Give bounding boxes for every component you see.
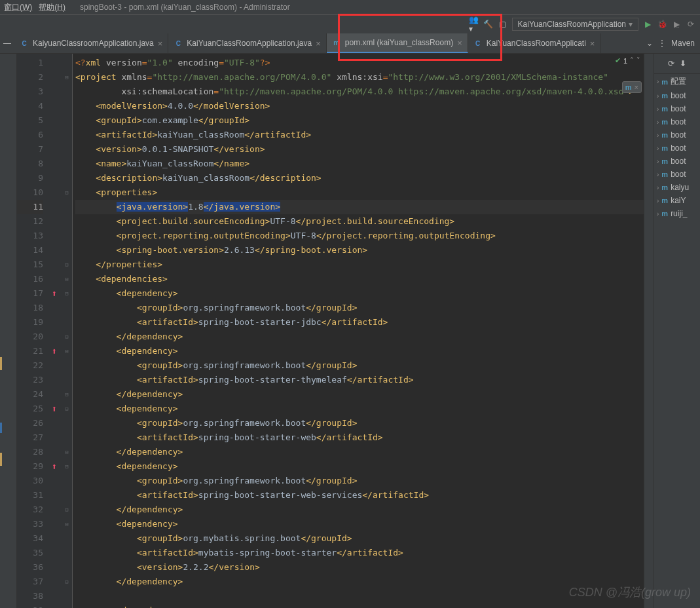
- chevron-up-icon[interactable]: ˄: [630, 56, 634, 65]
- fold-icon[interactable]: ⊟: [62, 402, 72, 416]
- code-line[interactable]: <groupId>com.example</groupId>: [75, 113, 644, 128]
- refresh-icon[interactable]: ⟳: [668, 59, 674, 68]
- project-tool-collapse-icon[interactable]: —: [0, 33, 14, 53]
- code-line[interactable]: <groupId>org.springframework.boot</group…: [75, 416, 644, 430]
- close-icon[interactable]: ×: [457, 38, 462, 48]
- maven-module-item[interactable]: ›mboot: [654, 102, 700, 115]
- fold-icon[interactable]: ⊟: [62, 272, 72, 286]
- run-config-icon[interactable]: ▢: [498, 19, 508, 29]
- inspection-widget[interactable]: ✔ 1 ˄ ˅: [615, 56, 640, 65]
- code-line[interactable]: <description>kaiYuan_classRoom</descript…: [75, 171, 644, 185]
- code-line[interactable]: <name>kaiYuan_classRoom</name>: [75, 157, 644, 171]
- build-icon[interactable]: 🔨: [483, 19, 494, 29]
- menu-help[interactable]: 帮助(H): [39, 2, 65, 13]
- profile-icon[interactable]: ⟳: [686, 19, 696, 29]
- tab-dropdown-icon[interactable]: ⌄: [646, 39, 653, 48]
- maven-module-item[interactable]: ›m配置: [654, 74, 700, 89]
- code-line[interactable]: <dependency>: [75, 344, 644, 358]
- code-line[interactable]: <artifactId>spring-boot-starter-web-serv…: [75, 488, 644, 503]
- editor-tab[interactable]: CKaiYuanClassRoomApplicati×: [468, 33, 601, 53]
- maven-module-item[interactable]: ›mboot: [654, 115, 700, 128]
- maven-module-item[interactable]: ›mboot: [654, 128, 700, 142]
- maven-module-item[interactable]: ›mruiji_: [654, 207, 700, 220]
- code-line[interactable]: <project.build.sourceEncoding>UTF-8</pro…: [75, 214, 644, 229]
- debug-icon[interactable]: 🐞: [657, 19, 667, 29]
- code-line[interactable]: <project xmlns="http://maven.apache.org/…: [75, 70, 644, 85]
- fold-icon[interactable]: ⊟: [62, 517, 72, 531]
- coverage-icon[interactable]: ▶̤: [671, 19, 682, 29]
- code-with-me-icon[interactable]: 👥▾: [469, 19, 479, 29]
- code-line[interactable]: <groupId>org.springframework.boot</group…: [75, 474, 644, 488]
- code-line[interactable]: xsi:schemaLocation="http://maven.apache.…: [75, 85, 644, 99]
- maven-module-item[interactable]: ›mboot: [654, 168, 700, 181]
- code-line[interactable]: </dependency>: [75, 330, 644, 344]
- fold-icon[interactable]: ⊟: [62, 344, 72, 358]
- implement-icon[interactable]: ⬆: [52, 404, 57, 414]
- fold-icon[interactable]: ⊟: [62, 603, 72, 608]
- code-line[interactable]: <groupId>org.mybatis.spring.boot</groupI…: [75, 531, 644, 546]
- code-line[interactable]: <dependency>: [75, 402, 644, 416]
- code-line[interactable]: <dependencies>: [75, 272, 644, 286]
- editor-tab[interactable]: CKaiYuanClassRoomApplication.java×: [168, 33, 326, 53]
- reader-mode-floater[interactable]: m ×: [622, 81, 642, 93]
- code-line[interactable]: <artifactId>spring-boot-starter-jdbc</ar…: [75, 315, 644, 330]
- implement-icon[interactable]: ⬆: [52, 461, 57, 472]
- toolbar: 👥▾ 🔨 ▢ KaiYuanClassRoomApplication▾ ▶ 🐞 …: [0, 15, 700, 33]
- maven-icon: m: [661, 92, 668, 100]
- module-label: kaiyu: [671, 183, 689, 192]
- maven-module-item[interactable]: ›mboot: [654, 89, 700, 102]
- code-line[interactable]: <groupId>org.springframework.boot</group…: [75, 358, 644, 373]
- fold-icon[interactable]: ⊟: [62, 70, 72, 85]
- implement-icon[interactable]: ⬆: [52, 346, 57, 356]
- code-line[interactable]: </dependency>: [75, 387, 644, 402]
- close-icon[interactable]: ×: [590, 39, 595, 48]
- fold-icon[interactable]: ⊟: [62, 459, 72, 474]
- code-line[interactable]: <artifactId>spring-boot-starter-web</art…: [75, 430, 644, 445]
- code-line[interactable]: </dependency>: [75, 503, 644, 517]
- run-configuration-select[interactable]: KaiYuanClassRoomApplication▾: [512, 18, 638, 31]
- code-line[interactable]: [75, 589, 644, 603]
- maven-module-item[interactable]: ›mboot: [654, 142, 700, 155]
- menu-window[interactable]: 窗口(W): [4, 2, 32, 13]
- tab-more-icon[interactable]: ⋮: [658, 39, 666, 48]
- download-icon[interactable]: ⬇: [680, 59, 686, 68]
- code-line[interactable]: <project.reporting.outputEncoding>UTF-8<…: [75, 229, 644, 243]
- code-editor[interactable]: 1234567891011121314151617181920212223242…: [17, 54, 654, 608]
- maven-module-item[interactable]: ›mkaiY: [654, 194, 700, 207]
- run-icon[interactable]: ▶: [642, 19, 653, 29]
- code-line[interactable]: </properties>: [75, 257, 644, 272]
- code-line[interactable]: <java.version>1.8</java.version>: [75, 200, 644, 214]
- fold-icon[interactable]: ⊟: [62, 286, 72, 301]
- code-line[interactable]: </dependency>: [75, 575, 644, 589]
- code-line[interactable]: <version>2.2.2</version>: [75, 560, 644, 575]
- code-line[interactable]: <artifactId>kaiYuan_classRoom</artifactI…: [75, 128, 644, 142]
- maven-icon: m: [661, 78, 668, 86]
- close-icon[interactable]: ×: [158, 39, 163, 48]
- code-line[interactable]: <dependency>: [75, 517, 644, 531]
- code-line[interactable]: <dependency>: [75, 459, 644, 474]
- maven-module-item[interactable]: ›mkaiyu: [654, 181, 700, 194]
- editor-scrollbar[interactable]: [644, 54, 654, 608]
- fold-icon[interactable]: ⊟: [62, 185, 72, 200]
- implement-icon[interactable]: ⬆: [52, 288, 57, 299]
- code-line[interactable]: <dependency>: [75, 286, 644, 301]
- maven-icon: m: [661, 157, 668, 165]
- maven-tool-label[interactable]: Maven: [671, 39, 695, 48]
- code-line[interactable]: </dependency>: [75, 445, 644, 459]
- code-line[interactable]: <groupId>org.springframework.boot</group…: [75, 301, 644, 315]
- close-icon[interactable]: ×: [635, 83, 638, 91]
- code-line[interactable]: <version>0.0.1-SNAPSHOT</version>: [75, 142, 644, 157]
- editor-tab[interactable]: mpom.xml (kaiYuan_classRoom)×: [327, 33, 468, 53]
- maven-module-item[interactable]: ›mboot: [654, 155, 700, 168]
- editor-tab[interactable]: CKaiyuanClassroomApplication.java×: [14, 33, 168, 53]
- code-line[interactable]: <artifactId>spring-boot-starter-thymelea…: [75, 373, 644, 387]
- code-line[interactable]: <?xml version="1.0" encoding="UTF-8"?>: [75, 56, 644, 70]
- chevron-down-icon[interactable]: ˅: [636, 56, 640, 65]
- code-line[interactable]: <properties>: [75, 185, 644, 200]
- close-icon[interactable]: ×: [316, 39, 321, 48]
- code-line[interactable]: <artifactId>mybatis-spring-boot-starter<…: [75, 546, 644, 560]
- code-line[interactable]: <dependency>: [75, 603, 644, 608]
- maven-tool-window[interactable]: ⟳ ⬇ ›m配置›mboot›mboot›mboot›mboot›mboot›m…: [654, 54, 700, 608]
- code-line[interactable]: <modelVersion>4.0.0</modelVersion>: [75, 99, 644, 113]
- code-line[interactable]: <spring-boot.version>2.6.13</spring-boot…: [75, 243, 644, 257]
